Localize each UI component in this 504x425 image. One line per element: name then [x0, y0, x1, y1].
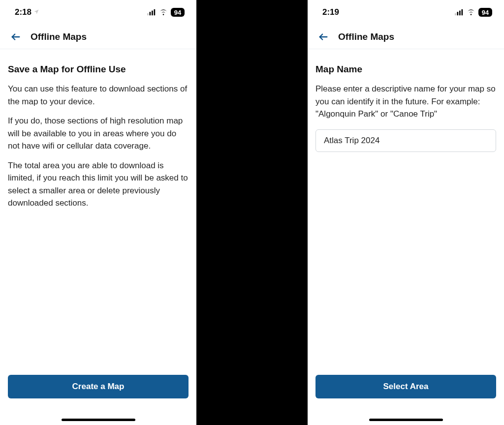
wifi-icon [467, 9, 475, 16]
home-indicator[interactable] [369, 419, 443, 421]
cellular-signal-icon [147, 9, 156, 16]
select-area-button[interactable]: Select Area [315, 375, 496, 398]
svg-rect-0 [147, 13, 149, 16]
nav-header: Offline Maps [308, 25, 504, 49]
content-area: Save a Map for Offline Use You can use t… [0, 49, 196, 375]
section-heading: Save a Map for Offline Use [8, 64, 189, 75]
paragraph: If you do, those sections of high resolu… [8, 115, 189, 152]
footer: Create a Map [0, 375, 196, 425]
status-time: 2:18 [15, 7, 32, 17]
svg-rect-7 [459, 10, 461, 15]
create-map-button[interactable]: Create a Map [8, 375, 189, 398]
paragraph: You can use this feature to download sec… [8, 83, 189, 108]
battery-indicator: 94 [171, 8, 185, 17]
status-bar: 2:19 94 [308, 0, 504, 25]
section-body: You can use this feature to download sec… [8, 83, 189, 210]
back-button[interactable] [317, 31, 329, 43]
svg-rect-6 [457, 12, 459, 15]
screens-divider [196, 0, 308, 425]
back-button[interactable] [10, 31, 22, 43]
map-name-input[interactable] [315, 129, 496, 152]
svg-rect-1 [150, 12, 151, 15]
battery-indicator: 94 [478, 8, 492, 17]
home-indicator[interactable] [62, 419, 135, 421]
wifi-icon [159, 9, 168, 16]
section-heading: Map Name [315, 64, 496, 75]
phone-screen-right: 2:19 94 Offline Maps Map Name Please ent… [308, 0, 504, 425]
status-bar: 2:18 94 [0, 0, 196, 25]
paragraph: Please enter a descriptive name for your… [315, 83, 496, 121]
svg-rect-3 [154, 9, 156, 16]
nav-header: Offline Maps [0, 25, 196, 49]
paragraph: The total area you are able to download … [8, 159, 189, 210]
svg-rect-5 [455, 13, 456, 16]
section-body: Please enter a descriptive name for your… [315, 83, 496, 121]
page-title: Offline Maps [31, 31, 87, 42]
status-time: 2:19 [322, 7, 339, 17]
content-area: Map Name Please enter a descriptive name… [308, 49, 504, 375]
phone-screen-left: 2:18 94 Offline Maps Save a Map for Offl… [0, 0, 196, 425]
svg-rect-8 [462, 9, 463, 16]
footer: Select Area [308, 375, 504, 425]
cellular-signal-icon [455, 9, 464, 16]
location-icon [33, 7, 39, 17]
page-title: Offline Maps [338, 31, 394, 42]
svg-rect-2 [152, 10, 153, 15]
